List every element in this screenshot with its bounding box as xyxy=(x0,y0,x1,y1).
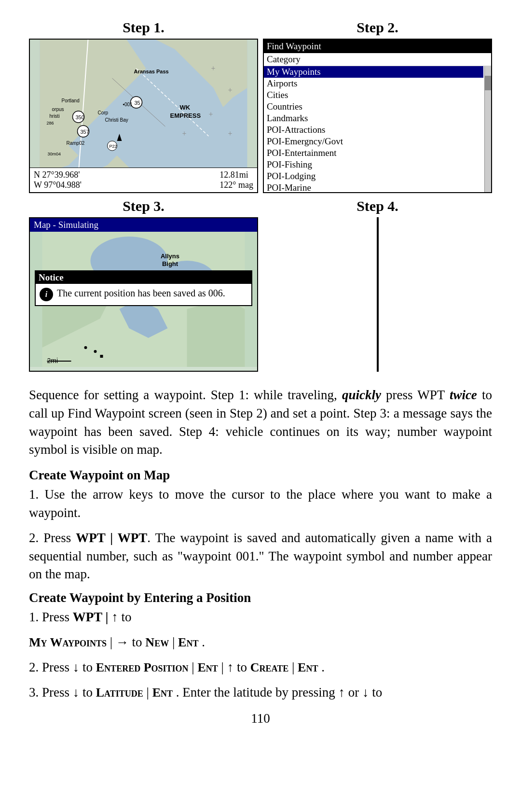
para5: 2. Press ↓ to Entered Position | Ent | ↑… xyxy=(29,658,492,677)
step2-inner: Find Waypoint Category My Waypoints Airp… xyxy=(264,40,491,192)
notice-text: The current position has been saved as 0… xyxy=(57,288,225,299)
svg-text:P22: P22 xyxy=(110,144,117,149)
content-section: Sequence for setting a waypoint. Step 1:… xyxy=(29,386,492,726)
menu-item-my-waypoints[interactable]: My Waypoints xyxy=(264,66,483,78)
steps-grid: Step 1. 35 350 357 xyxy=(29,19,492,372)
svg-text:+: + xyxy=(211,64,216,72)
para5-up: ↑ xyxy=(227,660,234,674)
menu-item-poi-fishing[interactable]: POI-Fishing xyxy=(264,159,483,170)
para5-ent: Ent xyxy=(197,660,218,674)
menu-item-landmarks[interactable]: Landmarks xyxy=(264,112,483,124)
step4-label: Step 4. xyxy=(356,198,398,214)
para3-text1: 1. Press xyxy=(29,610,73,624)
para3-wpt: WPT | ↑ xyxy=(73,610,118,624)
step2-image: Find Waypoint Category My Waypoints Airp… xyxy=(263,39,492,193)
para5-text4: | xyxy=(221,660,227,674)
svg-text:357: 357 xyxy=(81,129,89,135)
step2-container: Step 2. Find Waypoint Category My Waypoi… xyxy=(263,19,492,193)
par6-to: to xyxy=(372,685,382,700)
svg-text:EMPRESS: EMPRESS xyxy=(170,112,201,119)
svg-text:Bight: Bight xyxy=(162,260,178,267)
map-sim-title: Map - Simulating xyxy=(30,218,257,232)
sequence-paragraph: Sequence for setting a waypoint. Step 1:… xyxy=(29,386,492,459)
para4-mywaypoints: My Waypoints xyxy=(29,635,107,649)
menu-item-airports[interactable]: Airports xyxy=(264,78,483,89)
svg-text:+: + xyxy=(182,129,187,138)
step1-container: Step 1. 35 350 357 xyxy=(29,19,258,193)
step1-map-svg: 35 350 357 Aransas Pass Portland WK EMPR… xyxy=(30,40,257,175)
step2-list: My Waypoints Airports Cities Countries L… xyxy=(264,66,491,193)
page-number: 110 xyxy=(29,711,492,726)
para4-arrow: → xyxy=(116,635,129,649)
para4-period: . xyxy=(202,635,205,649)
step3-label: Step 3. xyxy=(123,198,165,214)
para6-text3: | xyxy=(147,685,152,700)
menu-item-poi-marine[interactable]: POI-Marine xyxy=(264,182,483,193)
para4-pipe1: | xyxy=(110,635,116,649)
para6-down: ↓ xyxy=(73,685,80,700)
svg-text:Ramp02: Ramp02 xyxy=(67,140,85,146)
step3-map-area: Allyns Bight 2mi Notice i The current po… xyxy=(30,232,257,367)
para4: My Waypoints | → to New | Ent . xyxy=(29,633,492,652)
menu-item-poi-entertainment[interactable]: POI-Entertainment xyxy=(264,147,483,159)
para5-down: ↓ xyxy=(73,660,80,674)
step3-container: Step 3. Map - Simulating xyxy=(29,198,258,372)
svg-text:•001: •001 xyxy=(123,102,133,107)
para5-period: . xyxy=(321,660,325,674)
svg-text:Portland: Portland xyxy=(62,98,80,103)
para4-to: to xyxy=(132,635,146,649)
notice-body: i The current position has been saved as… xyxy=(36,284,251,305)
para5-text6: | xyxy=(292,660,298,674)
para6-up: ↑ xyxy=(339,685,345,700)
para5-text5: to xyxy=(237,660,250,674)
para6-text1: 3. Press xyxy=(29,685,73,700)
step3-image: Map - Simulating Allyns xyxy=(29,217,258,372)
para6-ent: Ent xyxy=(152,686,173,700)
menu-item-poi-lodging[interactable]: POI-Lodging xyxy=(264,170,483,182)
menu-item-countries[interactable]: Countries xyxy=(264,101,483,112)
para4-pipe2: | xyxy=(172,635,178,649)
para4-ent: Ent xyxy=(178,635,198,649)
para6: 3. Press ↓ to Latitude | Ent . Enter the… xyxy=(29,684,492,702)
svg-text:35: 35 xyxy=(135,100,140,106)
step4-image xyxy=(377,217,379,372)
svg-text:Aransas Pass: Aransas Pass xyxy=(134,69,169,74)
notice-box: Notice i The current position has been s… xyxy=(35,270,252,306)
svg-text:30m04: 30m04 xyxy=(48,152,61,156)
para2-wpt: WPT | WPT xyxy=(76,531,147,545)
svg-text:+: + xyxy=(209,110,213,118)
para2-text1: 2. Press xyxy=(29,531,76,545)
svg-text:Christi Bay: Christi Bay xyxy=(105,117,128,123)
map-info-bar: N 27°39.968' W 97°04.988' 12.81mi 122° m… xyxy=(30,168,257,192)
svg-text:350: 350 xyxy=(76,114,84,120)
menu-item-poi-emergency[interactable]: POI-Emergncy/Govt xyxy=(264,136,483,147)
step2-label: Step 2. xyxy=(356,19,398,36)
para3: 1. Press WPT | ↑ to xyxy=(29,608,492,627)
svg-text:+: + xyxy=(228,129,233,138)
menu-item-cities[interactable]: Cities xyxy=(264,89,483,101)
para6-latitude: Latitude xyxy=(96,686,143,700)
sequence-twice: twice xyxy=(450,388,477,402)
para1: 1. Use the arrow keys to move the cursor… xyxy=(29,486,492,522)
info-icon: i xyxy=(40,288,53,301)
section2-heading: Create Waypoint by Entering a Position xyxy=(29,590,492,605)
menu-scrollbar[interactable] xyxy=(484,66,491,193)
menu-list-wrapper: My Waypoints Airports Cities Countries L… xyxy=(264,66,491,193)
coord-right: 12.81mi 122° mag xyxy=(219,170,253,190)
para5-text2: to xyxy=(82,660,96,674)
section1-heading: Create Waypoint on Map xyxy=(29,468,492,483)
par6-or: or xyxy=(348,685,362,700)
step1-image: 35 350 357 Aransas Pass Portland WK EMPR… xyxy=(29,39,258,193)
menu-item-poi-attractions[interactable]: POI-Attractions xyxy=(264,124,483,136)
svg-marker-39 xyxy=(187,299,245,367)
para3-text2: to xyxy=(118,610,132,624)
category-header: Category xyxy=(264,53,491,66)
notice-title: Notice xyxy=(36,271,251,284)
svg-point-40 xyxy=(84,346,87,349)
para5-enteredpos: Entered Position xyxy=(96,660,189,674)
coord-left: N 27°39.968' W 97°04.988' xyxy=(34,170,82,190)
para4-new: New xyxy=(145,635,169,649)
scroll-thumb xyxy=(485,76,491,90)
par6-down2: ↓ xyxy=(362,685,369,700)
find-waypoint-title: Find Waypoint xyxy=(264,40,491,53)
